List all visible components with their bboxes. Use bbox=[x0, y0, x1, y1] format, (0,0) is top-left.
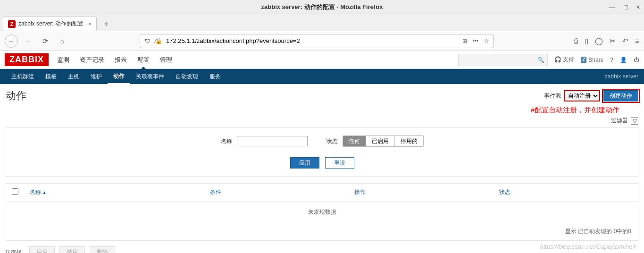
subnav-actions[interactable]: 动作 bbox=[108, 68, 130, 84]
bookmark-star-icon[interactable]: ☆ bbox=[484, 38, 489, 44]
subnav-templates[interactable]: 模板 bbox=[40, 69, 62, 84]
pocket-icon[interactable]: ◯ bbox=[595, 37, 603, 45]
urlbar-right: ⊞ ••• ☆ bbox=[462, 38, 490, 44]
tab-close-icon[interactable]: × bbox=[88, 21, 92, 27]
nav-inventory[interactable]: 资产记录 bbox=[79, 51, 105, 69]
actions-table-wrap: 名称▲ 条件 操作 状态 未发现数据 显示 已自动发现的 0中的0 bbox=[6, 183, 638, 241]
user-icon[interactable]: 👤 bbox=[620, 57, 627, 63]
seg-disabled[interactable]: 停用的 bbox=[394, 136, 423, 146]
create-action-button[interactable]: 创建动作 bbox=[603, 90, 638, 101]
filter-name-field: 名称 bbox=[221, 136, 308, 146]
select-all-checkbox[interactable] bbox=[12, 188, 18, 195]
share-link[interactable]: ZShare bbox=[581, 57, 603, 63]
nav-reports[interactable]: 报表 bbox=[114, 51, 128, 69]
apply-button[interactable]: 应用 bbox=[290, 157, 319, 169]
col-status[interactable]: 状态 bbox=[493, 184, 638, 202]
event-source-select[interactable]: 自动注册 bbox=[565, 91, 600, 101]
server-name: zabbix server bbox=[605, 73, 638, 80]
logout-icon[interactable]: ⏻ bbox=[634, 57, 639, 63]
subnav-hosts[interactable]: 主机 bbox=[62, 69, 85, 84]
top-right: 🔍 🎧 支持 ZShare ? 👤 ⏻ bbox=[458, 54, 639, 66]
col-name[interactable]: 名称▲ bbox=[24, 184, 204, 202]
bulk-delete-button[interactable]: 删除 bbox=[90, 246, 115, 253]
shield-icon[interactable]: 🛡 bbox=[144, 38, 151, 44]
qr-icon[interactable]: ⊞ bbox=[462, 38, 467, 44]
nav-buttons: ← → ⟳ ⌂ bbox=[5, 34, 69, 48]
zabbix-sub-nav: 主机群组 模板 主机 维护 动作 关联项事件 自动发现 服务 zabbix se… bbox=[0, 69, 644, 84]
help-icon[interactable]: ? bbox=[610, 57, 613, 63]
subnav-maintenance[interactable]: 维护 bbox=[85, 69, 108, 84]
support-link[interactable]: 🎧 支持 bbox=[554, 56, 574, 64]
new-tab-button[interactable]: + bbox=[100, 17, 113, 31]
status-segmented: 任何 已启用 停用的 bbox=[343, 135, 424, 147]
search-icon: 🔍 bbox=[537, 57, 544, 63]
window-minimize[interactable]: — bbox=[609, 3, 615, 11]
more-icon[interactable]: ••• bbox=[473, 38, 479, 44]
filter-label: 过滤器 bbox=[611, 117, 628, 125]
bulk-actions: 0 选择 启用 禁用 删除 bbox=[0, 241, 644, 253]
page-title: 动作 bbox=[6, 89, 26, 103]
selected-count: 0 选择 bbox=[6, 248, 22, 253]
event-source-label: 事件源 bbox=[544, 92, 561, 100]
subnav-hostgroups[interactable]: 主机群组 bbox=[6, 69, 40, 84]
screenshot-icon[interactable]: ✂ bbox=[610, 37, 616, 45]
filter-name-label: 名称 bbox=[221, 137, 232, 145]
sidebar-icon[interactable]: ▯ bbox=[585, 37, 588, 45]
seg-any[interactable]: 任何 bbox=[343, 136, 366, 146]
nav-administration[interactable]: 管理 bbox=[159, 51, 173, 69]
filter-funnel-icon[interactable]: ▽ bbox=[631, 117, 638, 125]
window-title: zabbix server: 动作的配置 - Mozilla Firefox bbox=[261, 3, 383, 11]
window-controls: — □ × bbox=[609, 3, 640, 11]
home-button[interactable]: ⌂ bbox=[56, 34, 69, 48]
browser-toolbar: ← → ⟳ ⌂ 🛡 🔒∕ ⊞ ••• ☆ ⎙ ▯ ◯ ✂ ↶ ≡ bbox=[0, 31, 644, 51]
browser-tab[interactable]: Z zabbix server: 动作的配置 × bbox=[3, 17, 97, 31]
table-empty-row: 未发现数据 bbox=[6, 202, 638, 223]
reload-button[interactable]: ⟳ bbox=[39, 34, 52, 48]
actions-table: 名称▲ 条件 操作 状态 未发现数据 bbox=[6, 184, 638, 223]
sort-asc-icon: ▲ bbox=[42, 190, 47, 195]
bulk-enable-button[interactable]: 启用 bbox=[29, 246, 55, 253]
filter-toggle-row: 过滤器 ▽ bbox=[0, 115, 644, 127]
os-titlebar: zabbix server: 动作的配置 - Mozilla Firefox —… bbox=[0, 0, 644, 14]
browser-tabstrip: Z zabbix server: 动作的配置 × + bbox=[0, 14, 644, 31]
tab-favicon: Z bbox=[8, 20, 16, 28]
back-button[interactable]: ← bbox=[5, 34, 18, 48]
bulk-disable-button[interactable]: 禁用 bbox=[59, 246, 85, 253]
zabbix-top-nav: ZABBIX 监测 资产记录 报表 配置 管理 🔍 🎧 支持 ZShare ? … bbox=[0, 51, 644, 69]
subnav-services[interactable]: 服务 bbox=[204, 69, 226, 84]
global-search[interactable]: 🔍 bbox=[458, 54, 548, 66]
tab-title: zabbix server: 动作的配置 bbox=[18, 20, 84, 28]
filter-status-label: 状态 bbox=[326, 137, 338, 145]
main-nav: 监测 资产记录 报表 配置 管理 bbox=[56, 51, 173, 69]
undo-icon[interactable]: ↶ bbox=[622, 37, 628, 45]
nav-monitoring[interactable]: 监测 bbox=[56, 51, 70, 69]
filter-status-field: 状态 任何 已启用 停用的 bbox=[326, 135, 424, 147]
zabbix-logo[interactable]: ZABBIX bbox=[5, 53, 49, 66]
filter-panel: 名称 状态 任何 已启用 停用的 应用 重设 bbox=[6, 127, 638, 177]
table-header-row: 名称▲ 条件 操作 状态 bbox=[6, 184, 638, 202]
empty-message: 未发现数据 bbox=[6, 202, 638, 223]
page-header: 动作 事件源 自动注册 创建动作 bbox=[6, 89, 638, 103]
toolbar-right: ⎙ ▯ ◯ ✂ ↶ ≡ bbox=[574, 37, 639, 45]
col-conditions[interactable]: 条件 bbox=[204, 184, 349, 202]
nav-configuration[interactable]: 配置 bbox=[136, 51, 151, 69]
seg-enabled[interactable]: 已启用 bbox=[366, 136, 394, 146]
menu-icon[interactable]: ≡ bbox=[635, 37, 639, 45]
subnav-event-correlation[interactable]: 关联项事件 bbox=[130, 69, 170, 84]
url-bar[interactable]: 🛡 🔒∕ ⊞ ••• ☆ bbox=[140, 34, 493, 48]
insecure-icon[interactable]: 🔒∕ bbox=[155, 38, 162, 44]
page-header-right: 事件源 自动注册 创建动作 bbox=[544, 90, 638, 101]
forward-button[interactable]: → bbox=[22, 34, 35, 48]
subnav-discovery[interactable]: 自动发现 bbox=[170, 69, 204, 84]
filter-name-input[interactable] bbox=[237, 136, 308, 146]
window-close[interactable]: × bbox=[636, 3, 640, 11]
url-input[interactable] bbox=[166, 37, 459, 44]
col-operations[interactable]: 操作 bbox=[349, 184, 493, 202]
reset-button[interactable]: 重设 bbox=[325, 157, 354, 169]
table-footer: 显示 已自动发现的 0中的0 bbox=[6, 223, 638, 240]
library-icon[interactable]: ⎙ bbox=[574, 37, 578, 45]
window-maximize[interactable]: □ bbox=[624, 3, 627, 11]
annotation-text: #配置自动注册，并创建动作 bbox=[6, 106, 619, 115]
